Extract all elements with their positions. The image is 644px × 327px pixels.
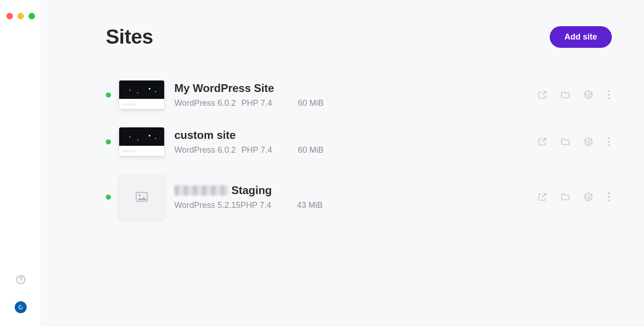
redacted-text xyxy=(174,185,229,195)
app-logo-icon[interactable] xyxy=(15,301,27,313)
wp-version: WordPress 5.2.15 xyxy=(174,201,241,210)
wp-version: WordPress 6.0.2 xyxy=(174,98,236,108)
site-name: My WordPress Site xyxy=(174,82,323,95)
status-running-icon xyxy=(106,92,111,98)
wp-admin-icon[interactable] xyxy=(583,192,593,202)
wp-version: WordPress 6.0.2 xyxy=(174,145,236,155)
site-info: custom site WordPress 6.0.2 PHP 7.4 60 M… xyxy=(174,129,323,155)
site-name: Staging xyxy=(174,184,323,197)
site-size: 60 MiB xyxy=(298,98,323,108)
site-size: 43 MiB xyxy=(297,201,322,210)
add-site-button[interactable]: Add site xyxy=(550,26,612,48)
site-meta: WordPress 6.0.2 PHP 7.4 60 MiB xyxy=(174,98,323,108)
site-size: 60 MiB xyxy=(298,145,323,155)
sidebar xyxy=(0,0,41,327)
php-version: PHP 7.4 xyxy=(242,98,272,108)
folder-icon[interactable] xyxy=(560,137,570,147)
window-controls xyxy=(6,13,35,19)
folder-icon[interactable] xyxy=(560,192,570,202)
site-name: custom site xyxy=(174,129,323,142)
status-running-icon xyxy=(106,195,111,200)
site-info: Staging WordPress 5.2.15 PHP 7.4 43 MiB xyxy=(174,184,323,210)
row-actions xyxy=(537,192,612,202)
site-thumbnail-placeholder[interactable] xyxy=(119,174,164,219)
window-close-button[interactable] xyxy=(6,13,13,19)
header-row: Sites Add site xyxy=(106,25,612,48)
row-actions xyxy=(537,90,612,100)
svg-point-5 xyxy=(138,194,141,196)
help-icon[interactable] xyxy=(16,275,26,287)
site-thumbnail[interactable] xyxy=(119,80,164,109)
site-row[interactable]: My WordPress Site WordPress 6.0.2 PHP 7.… xyxy=(106,80,612,109)
more-options-icon[interactable] xyxy=(606,137,612,146)
open-site-icon[interactable] xyxy=(537,192,547,202)
open-site-icon[interactable] xyxy=(537,137,547,147)
php-version: PHP 7.4 xyxy=(242,145,272,155)
more-options-icon[interactable] xyxy=(606,90,612,99)
site-thumbnail[interactable] xyxy=(119,127,164,156)
wp-admin-icon[interactable] xyxy=(583,137,593,147)
site-meta: WordPress 6.0.2 PHP 7.4 60 MiB xyxy=(174,145,323,155)
site-row[interactable]: Staging WordPress 5.2.15 PHP 7.4 43 MiB xyxy=(106,174,612,219)
open-site-icon[interactable] xyxy=(537,90,547,100)
more-options-icon[interactable] xyxy=(606,192,612,201)
status-running-icon xyxy=(106,139,111,144)
site-info: My WordPress Site WordPress 6.0.2 PHP 7.… xyxy=(174,82,323,108)
site-row[interactable]: custom site WordPress 6.0.2 PHP 7.4 60 M… xyxy=(106,127,612,156)
page-title: Sites xyxy=(106,25,153,48)
php-version: PHP 7.4 xyxy=(241,201,271,210)
svg-point-1 xyxy=(20,281,21,282)
site-name-text: Staging xyxy=(231,184,272,196)
main-content: Sites Add site My WordPress Site WordPre… xyxy=(41,0,644,327)
site-meta: WordPress 5.2.15 PHP 7.4 43 MiB xyxy=(174,201,323,210)
window-zoom-button[interactable] xyxy=(29,13,35,19)
wp-admin-icon[interactable] xyxy=(583,90,593,100)
site-list: My WordPress Site WordPress 6.0.2 PHP 7.… xyxy=(106,80,612,219)
folder-icon[interactable] xyxy=(560,90,570,100)
window-minimize-button[interactable] xyxy=(17,13,24,19)
row-actions xyxy=(537,137,612,147)
